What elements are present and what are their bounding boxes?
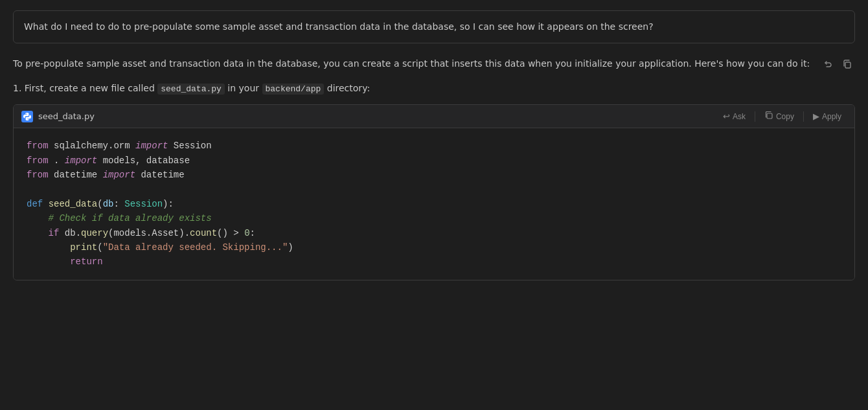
step1-prefix: 1. First, create a new file called xyxy=(13,83,155,93)
code-block-actions: ↩ Ask Copy ▶ Apply xyxy=(718,109,847,124)
apply-label: Apply xyxy=(822,112,841,121)
code-block-filename-area: seed_data.py xyxy=(21,111,95,122)
python-icon xyxy=(21,111,33,122)
answer-intro-text: To pre-populate sample asset and transac… xyxy=(13,56,855,71)
code-line-5: def seed_data(db: Session): xyxy=(27,197,841,211)
code-line-3: from datetime import datetime xyxy=(27,168,841,182)
code-block-header: seed_data.py ↩ Ask Copy xyxy=(14,105,854,128)
copy-icon xyxy=(764,111,773,122)
ask-icon: ↩ xyxy=(723,111,730,121)
code-line-2: from . import models, database xyxy=(27,154,841,168)
svg-rect-0 xyxy=(845,62,851,68)
copy-label: Copy xyxy=(776,112,794,121)
code-block-container: seed_data.py ↩ Ask Copy xyxy=(13,104,855,280)
question-box: What do I need to do to pre-populate som… xyxy=(13,10,855,43)
apply-button[interactable]: ▶ Apply xyxy=(808,109,847,124)
code-line-6: # Check if data already exists xyxy=(27,211,841,225)
code-filename-label: seed_data.py xyxy=(38,111,95,121)
divider-1 xyxy=(755,111,755,122)
code-line-4 xyxy=(27,182,841,196)
step1-text: 1. First, create a new file called seed_… xyxy=(13,81,855,97)
ask-label: Ask xyxy=(733,112,746,121)
code-line-8: print("Data already seeded. Skipping..."… xyxy=(27,240,841,255)
copy-button[interactable]: Copy xyxy=(759,109,799,124)
step1-filename-inline: seed_data.py xyxy=(157,84,225,95)
page-container: What do I need to do to pre-populate som… xyxy=(0,0,868,291)
question-text: What do I need to do to pre-populate som… xyxy=(24,21,654,32)
code-line-1: from sqlalchemy.orm import Session xyxy=(27,139,841,153)
answer-actions xyxy=(820,56,855,72)
apply-icon: ▶ xyxy=(813,111,819,121)
copy-text-button[interactable] xyxy=(839,56,855,72)
answer-section: To pre-populate sample asset and transac… xyxy=(13,56,855,71)
divider-2 xyxy=(803,111,804,122)
step1-dir-inline: backend/app xyxy=(262,84,325,95)
svg-rect-1 xyxy=(767,113,772,119)
code-line-7: if db.query(models.Asset).count() > 0: xyxy=(27,226,841,240)
undo-button[interactable] xyxy=(820,56,836,72)
code-area: from sqlalchemy.orm import Session from … xyxy=(14,128,854,280)
ask-button[interactable]: ↩ Ask xyxy=(718,109,751,124)
code-line-9: return xyxy=(27,255,841,269)
